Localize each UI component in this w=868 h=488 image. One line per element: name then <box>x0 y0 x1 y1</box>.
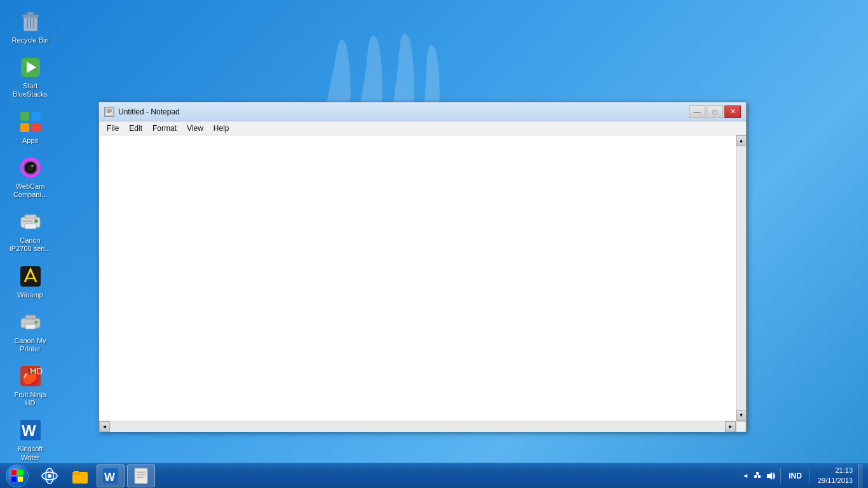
taskbar-word[interactable]: W <box>97 464 125 487</box>
tray-expand-button[interactable]: ◄ <box>741 472 750 479</box>
kingsoft-label: Kingsoft Writer <box>9 445 51 461</box>
apps-icon <box>18 109 43 135</box>
canon-my-printer-icon <box>18 309 43 335</box>
menu-help[interactable]: Help <box>208 123 234 134</box>
svg-point-19 <box>34 219 38 223</box>
svg-rect-10 <box>20 123 29 132</box>
canon-label: Canon iP2700 seri... <box>9 236 51 253</box>
svg-rect-8 <box>20 112 29 121</box>
svg-rect-34 <box>105 108 113 116</box>
svg-rect-20 <box>22 220 32 222</box>
notepad-titlebar: Untitled - Notepad — □ ✕ <box>99 102 746 121</box>
svg-rect-2 <box>27 12 34 15</box>
canon-icon <box>18 209 43 234</box>
svg-rect-41 <box>18 477 23 482</box>
taskbar: W ◄ <box>0 463 868 488</box>
svg-rect-17 <box>25 215 36 219</box>
tray-separator <box>780 468 781 484</box>
minimize-button[interactable]: — <box>689 105 705 118</box>
svg-rect-40 <box>11 477 17 482</box>
menu-edit[interactable]: Edit <box>124 123 147 134</box>
titlebar-left: Untitled - Notepad <box>104 107 180 117</box>
desktop-icon-apps[interactable]: Apps <box>6 107 54 147</box>
start-orb <box>6 464 29 487</box>
hscroll-track <box>110 421 725 432</box>
system-tray: ◄ IND 21:13 29/11/2013 <box>736 463 868 489</box>
scroll-corner <box>736 421 746 432</box>
desktop-icon-winamp[interactable]: Winamp <box>6 261 54 302</box>
svg-text:W: W <box>104 471 115 484</box>
tray-time: 21:13 <box>818 466 853 475</box>
notepad-title: Untitled - Notepad <box>118 107 180 116</box>
tray-language[interactable]: IND <box>786 471 804 480</box>
notepad-textarea[interactable] <box>99 135 736 421</box>
vertical-scrollbar[interactable]: ▲ ▼ <box>736 135 746 421</box>
desktop-icon-kingsoft[interactable]: W Kingsoft Writer <box>6 415 54 464</box>
svg-rect-25 <box>25 324 36 329</box>
bluestacks-icon <box>18 55 43 80</box>
notepad-window: Untitled - Notepad — □ ✕ File Edit Forma… <box>98 102 747 432</box>
svg-marker-60 <box>767 472 772 480</box>
desktop-icon-canon[interactable]: Canon iP2700 seri... <box>6 207 54 255</box>
desktop-icon-canon-my-printer[interactable]: Canon My Printer <box>6 307 54 356</box>
desktop-icon-recycle-bin[interactable]: Recycle Bin <box>6 6 54 47</box>
maximize-button[interactable]: □ <box>707 105 723 118</box>
desktop-icons: Recycle Bin Start BlueStacks Apps <box>6 6 54 488</box>
desktop-icon-fruit-ninja[interactable]: 🍎 HD Fruit Ninja HD <box>6 361 54 410</box>
close-button[interactable]: ✕ <box>724 105 741 118</box>
tray-network-icon[interactable] <box>752 471 763 481</box>
menu-file[interactable]: File <box>102 123 124 134</box>
svg-text:HD: HD <box>30 366 43 376</box>
tray-separator-2 <box>810 468 810 484</box>
svg-rect-55 <box>756 472 759 475</box>
notepad-body: ▲ ▼ <box>99 135 746 421</box>
fruit-ninja-icon: 🍎 HD <box>18 363 43 389</box>
recycle-bin-label: Recycle Bin <box>11 36 48 44</box>
webcam-label: WebCam Compani... <box>9 182 51 199</box>
svg-rect-51 <box>135 468 147 484</box>
svg-rect-39 <box>18 470 23 475</box>
scroll-up-button[interactable]: ▲ <box>736 135 747 146</box>
tray-date: 29/11/2013 <box>818 476 853 485</box>
kingsoft-icon: W <box>18 417 43 443</box>
svg-rect-18 <box>25 224 36 229</box>
fruit-ninja-label: Fruit Ninja HD <box>9 391 51 407</box>
bluestacks-label: Start BlueStacks <box>9 82 51 98</box>
webcam-icon <box>18 155 43 180</box>
svg-point-15 <box>31 165 34 167</box>
svg-rect-38 <box>11 470 17 475</box>
winamp-label: Winamp <box>17 291 43 299</box>
tray-clock[interactable]: 21:13 29/11/2013 <box>815 466 855 485</box>
taskbar-notepad[interactable] <box>127 464 155 487</box>
taskbar-pinned: W <box>34 463 156 489</box>
apps-label: Apps <box>22 137 38 145</box>
svg-point-45 <box>48 474 51 478</box>
desktop-icon-bluestacks[interactable]: Start BlueStacks <box>6 52 54 101</box>
scroll-right-button[interactable]: ► <box>725 421 736 432</box>
svg-rect-24 <box>25 315 36 319</box>
scroll-left-button[interactable]: ◄ <box>99 421 110 432</box>
svg-rect-9 <box>32 112 41 121</box>
svg-point-26 <box>34 320 37 323</box>
notepad-title-icon <box>104 107 114 117</box>
titlebar-buttons: — □ ✕ <box>689 105 741 118</box>
horizontal-scrollbar[interactable]: ◄ ► <box>99 421 746 431</box>
winamp-icon <box>18 264 43 289</box>
menu-format[interactable]: Format <box>147 123 182 134</box>
svg-text:W: W <box>22 422 36 439</box>
recycle-bin-icon <box>18 9 43 34</box>
tray-sound-icon[interactable] <box>765 471 775 481</box>
notepad-menubar: File Edit Format View Help <box>99 121 746 135</box>
menu-view[interactable]: View <box>182 123 208 134</box>
taskbar-ie[interactable] <box>36 464 64 487</box>
start-button[interactable] <box>0 463 34 489</box>
show-desktop-button[interactable] <box>858 464 863 488</box>
scroll-track <box>736 146 747 410</box>
svg-rect-11 <box>32 123 41 132</box>
scroll-down-button[interactable]: ▼ <box>736 410 747 421</box>
desktop-icon-webcam[interactable]: WebCam Compani... <box>6 152 54 201</box>
canon-my-printer-label: Canon My Printer <box>9 337 51 353</box>
svg-rect-48 <box>74 471 79 473</box>
taskbar-explorer[interactable] <box>66 464 94 487</box>
